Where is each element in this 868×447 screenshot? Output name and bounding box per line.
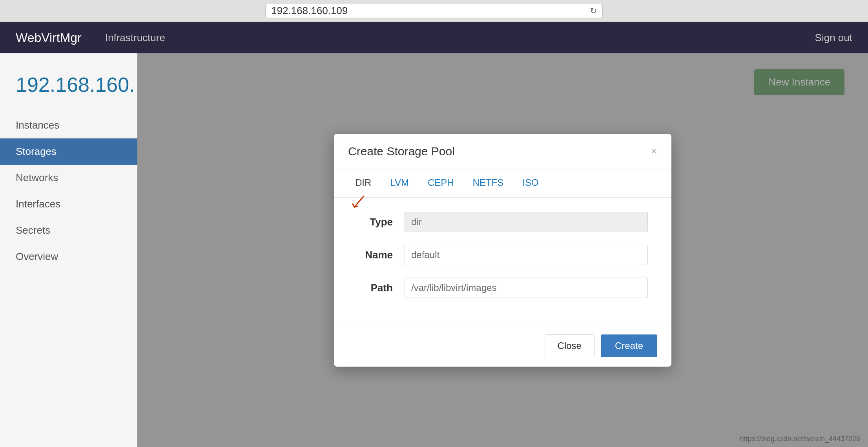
refresh-icon[interactable]: ↻ [590,6,597,16]
create-storage-pool-modal: Create Storage Pool × DIR LVM [334,134,671,367]
address-text: 192.168.160.109 [271,5,348,17]
sidebar-item-secrets[interactable]: Secrets [0,217,137,243]
svg-line-0 [354,196,364,207]
sidebar-nav: Instances Storages Networks Interfaces S… [0,112,137,270]
name-input[interactable] [405,245,648,265]
sidebar-item-overview[interactable]: Overview [0,243,137,270]
sidebar-item-interfaces[interactable]: Interfaces [0,191,137,217]
name-label: Name [357,249,405,261]
name-form-group: Name [357,245,648,265]
type-input[interactable] [405,212,648,232]
content-area: New Instance Create Storage Pool × DIR [137,53,868,447]
type-form-group: Type [357,212,648,232]
navbar: WebVirtMgr Infrastructure Sign out [0,22,868,53]
modal-title: Create Storage Pool [348,145,455,158]
tab-lvm[interactable]: LVM [381,169,418,197]
nav-signout[interactable]: Sign out [815,32,852,44]
page-heading: 192.168.160. [0,61,137,112]
sidebar-item-instances[interactable]: Instances [0,112,137,138]
navbar-left: WebVirtMgr Infrastructure [16,31,165,45]
tab-ceph[interactable]: CEPH [418,169,463,197]
nav-infrastructure[interactable]: Infrastructure [105,32,165,44]
path-label: Path [357,282,405,294]
tab-netfs[interactable]: NETFS [463,169,513,197]
modal-overlay: Create Storage Pool × DIR LVM [137,53,868,447]
modal-tabs: DIR LVM CEPH NETFS [334,169,671,198]
modal-header: Create Storage Pool × [334,134,671,169]
modal-body: Type Name Path [334,198,671,325]
modal-close-button[interactable]: × [651,146,657,157]
path-input[interactable] [405,278,648,298]
app-brand[interactable]: WebVirtMgr [16,31,82,45]
address-bar[interactable]: 192.168.160.109 ↻ [265,4,603,18]
browser-bar: 192.168.160.109 ↻ [0,0,868,22]
path-form-group: Path [357,278,648,298]
main-content: 192.168.160. Instances Storages Networks… [0,53,868,447]
sidebar-item-storages[interactable]: Storages [0,138,137,165]
create-button[interactable]: Create [601,334,657,357]
tab-iso[interactable]: ISO [513,169,548,197]
dir-arrow-annotation [351,195,367,209]
type-label: Type [357,216,405,228]
tab-dir[interactable]: DIR [346,169,381,197]
sidebar: 192.168.160. Instances Storages Networks… [0,53,137,447]
sidebar-item-networks[interactable]: Networks [0,165,137,191]
modal-footer: Close Create [334,325,671,367]
close-button[interactable]: Close [545,334,594,357]
